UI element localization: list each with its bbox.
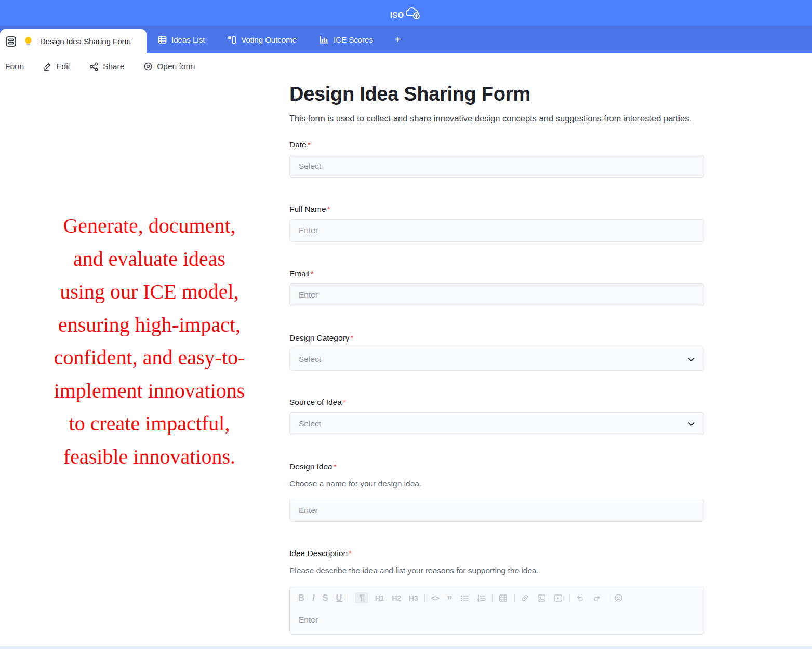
chevron-down-icon	[687, 420, 695, 428]
toolbar-separator	[514, 594, 515, 602]
annotation-line: Generate, document,	[8, 209, 291, 242]
view-type-label[interactable]: Form	[5, 62, 24, 71]
required-asterisk: *	[349, 549, 352, 558]
field-label: Full Name*	[289, 204, 704, 215]
editor-placeholder[interactable]: Enter	[290, 610, 704, 625]
placeholder-text: Select	[299, 355, 321, 364]
share-label: Share	[103, 62, 124, 71]
emoji-button[interactable]	[614, 593, 623, 602]
tab-voting-outcome[interactable]: Voting Outcome	[216, 26, 308, 53]
pencil-icon	[43, 62, 52, 71]
edit-label: Edit	[56, 62, 70, 71]
concentric-circles-icon	[143, 62, 153, 71]
placeholder-text: Enter	[299, 290, 318, 300]
insert-video-button[interactable]	[554, 594, 563, 602]
tab-ideas-list[interactable]: Ideas List	[147, 26, 216, 53]
design-category-dropdown[interactable]: Select	[289, 348, 704, 371]
bold-button[interactable]: B	[298, 593, 304, 603]
full-name-input[interactable]: Enter	[289, 219, 704, 242]
annotation-line: and evaluate ideas	[8, 242, 291, 276]
field-full-name: Full Name* Enter	[289, 204, 704, 242]
tab-label: Design Idea Sharing Form	[40, 37, 131, 46]
toolbar-separator	[492, 594, 493, 602]
field-label: Source of Idea*	[289, 397, 704, 408]
bullet-list-button[interactable]	[460, 594, 469, 602]
heading3-button[interactable]: H3	[409, 594, 418, 602]
italic-button[interactable]: I	[312, 593, 315, 603]
form-description: This form is used to collect and share i…	[289, 112, 704, 126]
inactive-tabs: Ideas List Voting Outcome ICE Scores	[147, 26, 411, 53]
form-title: Design Idea Sharing Form	[289, 82, 704, 106]
toolbar-separator	[424, 594, 425, 602]
required-asterisk: *	[308, 140, 311, 149]
field-email: Email* Enter	[289, 268, 704, 306]
field-label: Idea Description*	[289, 548, 704, 559]
rich-text-editor[interactable]: B I S U ¶ H1 H2 H3 <> ”	[289, 586, 704, 635]
field-label: Design Idea*	[289, 461, 704, 472]
field-design-category: Design Category* Select	[289, 332, 704, 371]
tab-ice-scores[interactable]: ICE Scores	[308, 26, 384, 53]
label-text: Email	[289, 269, 310, 278]
form-preview-area: Generate, document, and evaluate ideas u…	[0, 79, 812, 649]
ordered-list-button[interactable]	[477, 594, 486, 602]
toolbar-separator	[608, 594, 608, 602]
required-asterisk: *	[343, 398, 346, 407]
form-view-icon[interactable]	[5, 36, 17, 47]
design-idea-input[interactable]: Enter	[289, 499, 704, 522]
field-date: Date* Select	[289, 139, 704, 178]
field-label: Design Category*	[289, 332, 704, 344]
view-tab-bar: Design Idea Sharing Form Ideas List Voti…	[0, 26, 812, 53]
placeholder-text: Select	[299, 161, 321, 171]
strikethrough-button[interactable]: S	[323, 593, 328, 603]
field-label: Email*	[289, 268, 704, 279]
redo-button[interactable]	[592, 594, 601, 602]
insert-link-button[interactable]	[521, 594, 529, 602]
insert-image-button[interactable]	[537, 594, 546, 602]
toolbar-separator	[569, 594, 570, 602]
label-text: Design Category	[289, 333, 349, 342]
placeholder-text: Enter	[299, 226, 318, 235]
bottom-edge-strip	[0, 646, 812, 649]
required-asterisk: *	[327, 205, 330, 213]
label-text: Idea Description	[289, 549, 348, 558]
form-label: Form	[5, 62, 24, 71]
top-app-bar: ISO	[0, 0, 812, 26]
edit-button[interactable]: Edit	[43, 62, 70, 71]
required-asterisk: *	[350, 333, 353, 342]
open-form-button[interactable]: Open form	[143, 62, 195, 71]
heading1-button[interactable]: H1	[375, 594, 384, 602]
label-text: Design Idea	[289, 462, 332, 471]
bar-chart-icon	[320, 35, 329, 44]
field-helper-text: Choose a name for your design idea.	[289, 478, 704, 490]
annotation-line: feasible innovations.	[8, 440, 291, 474]
add-view-button[interactable]: +	[384, 26, 411, 53]
tab-label: ICE Scores	[334, 35, 373, 44]
email-input[interactable]: Enter	[289, 283, 704, 306]
insert-table-button[interactable]	[499, 594, 508, 602]
rich-text-toolbar: B I S U ¶ H1 H2 H3 <> ”	[290, 586, 704, 610]
tab-label: Voting Outcome	[241, 35, 297, 44]
iso-cloud-logo: ISO	[390, 6, 422, 20]
code-button[interactable]: <>	[431, 593, 439, 602]
date-picker[interactable]: Select	[289, 155, 704, 178]
share-button[interactable]: Share	[89, 62, 124, 71]
undo-button[interactable]	[576, 594, 584, 602]
field-design-idea: Design Idea* Choose a name for your desi…	[289, 461, 704, 522]
field-label: Date*	[289, 139, 704, 151]
placeholder-text: Select	[299, 419, 321, 428]
paragraph-button[interactable]: ¶	[355, 592, 368, 603]
plus-icon: +	[395, 34, 401, 46]
label-text: Date	[289, 140, 307, 149]
underline-button[interactable]: U	[336, 593, 342, 603]
tab-label: Ideas List	[171, 35, 205, 44]
red-annotation-text: Generate, document, and evaluate ideas u…	[8, 209, 291, 473]
lightbulb-icon	[23, 36, 33, 47]
quote-button[interactable]: ”	[447, 598, 452, 603]
form-toolbar: Form Edit Share Open form	[0, 53, 812, 79]
label-text: Full Name	[289, 205, 326, 213]
open-form-label: Open form	[157, 62, 195, 71]
tab-design-idea-sharing-form[interactable]: Design Idea Sharing Form	[0, 29, 147, 53]
source-of-idea-dropdown[interactable]: Select	[289, 412, 704, 435]
heading2-button[interactable]: H2	[392, 594, 401, 602]
field-helper-text: Please describe the idea and list your r…	[289, 565, 704, 576]
